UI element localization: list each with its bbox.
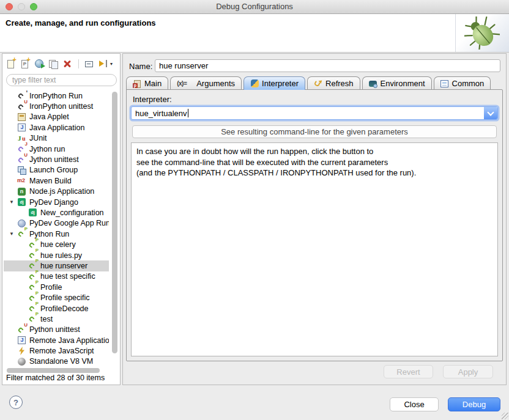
arguments-tab-icon [177,79,193,88]
info-line: see the command-line that will be execut… [136,157,492,168]
tab-interpreter[interactable]: Interpreter [243,76,305,90]
new-launch-configuration-icon[interactable] [6,59,17,69]
close-button[interactable]: Close [390,397,439,411]
tree-item-label: Launch Group [29,166,78,174]
tree-item[interactable]: ▼PyDev Django [4,197,109,207]
title-bar[interactable]: Debug Configurations [0,0,509,14]
tree-item[interactable]: Node.js Application [4,186,109,197]
tab-label: Environment [381,79,425,88]
tree-item[interactable]: hue test specific [4,271,109,282]
tab-environment[interactable]: Environment [362,76,432,90]
configuration-detail-panel: Name: MainArgumentsInterpreterRefreshEnv… [122,53,507,385]
revert-button[interactable]: Revert [384,365,433,378]
resize-grip[interactable] [502,413,508,419]
tree-item[interactable]: Maven Build [4,175,109,186]
tree-item-label: hue runserver [40,262,87,270]
help-button[interactable]: ? [9,396,23,409]
tree-item[interactable]: hue rules.py [4,250,109,260]
sidebar-toolbar: ▾ [6,57,113,70]
filter-launch-configurations-icon[interactable] [98,59,109,69]
maven-icon [17,176,26,185]
tree-item[interactable]: IronPython Run [4,90,109,101]
chevron-down-icon [487,109,494,116]
tab-refresh[interactable]: Refresh [307,76,360,90]
export-launch-configuration-icon[interactable] [34,59,45,69]
apply-button[interactable]: Apply [443,365,493,378]
debug-banner [455,14,509,52]
debug-button[interactable]: Debug [448,397,500,411]
dropdown-caret-icon[interactable]: ▾ [110,61,113,67]
tree-item-label: hue test specific [40,272,95,281]
common-tab-icon [440,80,448,87]
tree-item[interactable]: Standalone V8 VM [4,356,109,367]
new-launch-configuration-prototype-icon[interactable] [20,59,31,69]
tree-item[interactable]: test [4,314,109,324]
expander-icon[interactable]: ▼ [9,199,17,205]
tree-item[interactable]: Launch Group [4,165,109,175]
interpreter-dropdown-button[interactable] [484,107,497,119]
tree-item[interactable]: hue runserver [4,260,109,271]
name-label: Name: [129,62,152,71]
expander-icon[interactable]: ▼ [9,231,17,237]
python-run-icon [28,314,37,323]
remote-java-icon [18,336,26,344]
interpreter-combo[interactable]: hue_virtualenv [131,106,498,120]
filter-input[interactable] [6,74,117,86]
tree-item[interactable]: Jython unittest [4,154,109,164]
tree-item[interactable]: ▼Python Run [4,229,109,239]
see-command-line-button[interactable]: See resulting command-line for the given… [132,125,497,138]
window-title: Debug Configurations [0,2,509,11]
tree-item[interactable]: JUnit [4,133,109,144]
tab-label: Interpreter [262,79,299,88]
tree-item[interactable]: hue celery [4,239,109,249]
tree-item[interactable]: Remote JavaScript [4,345,109,356]
tree-item[interactable]: Java Applet [4,112,109,122]
name-input[interactable] [155,59,500,72]
tab-label: Refresh [325,79,354,88]
tree-item[interactable]: Jython run [4,144,109,154]
tree-item[interactable]: Java Application [4,122,109,133]
configurations-sidebar: ▾ IronPython RunIronPython unittestJava … [2,53,121,385]
tree-vertical-scrollbar[interactable] [112,92,117,353]
tree-item-label: Jython unittest [29,155,79,164]
tree-item[interactable]: Profile [4,282,109,292]
django-icon [18,198,26,206]
bug-icon [464,17,500,50]
tree-item-label: Standalone V8 VM [29,357,93,366]
tree-item[interactable]: PyDev Google App Run [4,218,109,229]
tree-horizontal-scrollbar[interactable] [7,368,100,373]
collapse-all-icon[interactable] [84,59,95,69]
tree-item-label: Profile [40,283,62,292]
text-cursor [188,109,188,117]
tree-item-label: Node.js Application [29,187,94,196]
tree-item[interactable]: New_configuration [4,207,109,218]
remote-js-icon [18,347,26,355]
refresh-tab-icon [314,79,322,88]
delete-launch-configuration-icon[interactable] [62,59,73,69]
tree-item[interactable]: Remote Java Application [4,335,109,345]
tab-main[interactable]: Main [126,76,168,90]
interpreter-label: Interpreter: [133,95,172,104]
v8-icon [18,358,26,366]
info-line: (and the PYTHONPATH / CLASSPATH / IRONPY… [136,168,492,179]
jython-unittest-icon [17,155,26,164]
tree-item-label: test [40,315,53,323]
java-application-icon [18,123,26,131]
tab-arguments[interactable]: Arguments [170,76,242,90]
tree-item-label: IronPython Run [29,92,83,100]
tree-item-label: Remote Java Application [29,336,109,345]
tree-item-label: Maven Build [29,177,72,185]
tree-item[interactable]: ProfileDecode [4,303,109,314]
configuration-tabs: MainArgumentsInterpreterRefreshEnvironme… [126,76,492,90]
configurations-tree: IronPython RunIronPython unittestJava Ap… [4,90,109,367]
duplicate-launch-configuration-icon[interactable] [48,59,59,69]
tab-common[interactable]: Common [434,76,491,90]
tree-item[interactable]: Profile specific [4,292,109,303]
launch-group-icon [17,166,26,175]
tree-item[interactable]: Python unittest [4,325,109,335]
tree-item-label: ProfileDecode [40,304,89,313]
tree-item-label: Jython run [29,145,65,153]
django-icon [29,208,37,216]
tree-item[interactable]: IronPython unittest [4,101,109,111]
tree-item-label: hue rules.py [40,251,82,260]
